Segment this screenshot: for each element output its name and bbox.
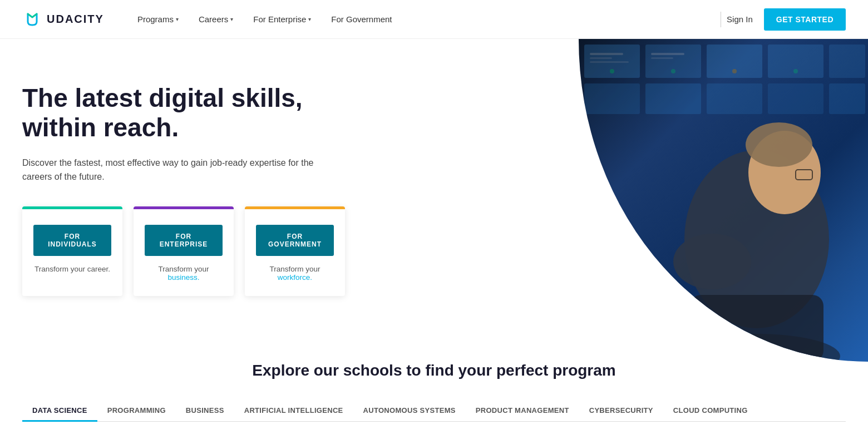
enterprise-chevron-icon: ▾ — [308, 16, 311, 22]
card-enterprise: FOR ENTERPRISE Transform your business. — [134, 206, 234, 296]
card-individuals-tagline: Transform your career. — [34, 265, 110, 273]
svg-rect-4 — [829, 45, 865, 78]
programs-chevron-icon: ▾ — [176, 16, 179, 22]
tab-artificial-intelligence[interactable]: ARTIFICIAL INTELLIGENCE — [234, 400, 353, 421]
svg-rect-5 — [584, 83, 640, 114]
card-enterprise-inner: FOR ENTERPRISE Transform your business. — [134, 209, 234, 296]
nav-government[interactable]: For Government — [331, 14, 392, 24]
nav-programs[interactable]: Programs ▾ — [137, 14, 179, 24]
card-government-inner: FOR GOVERNMENT Transform your workforce. — [245, 209, 345, 296]
svg-rect-13 — [651, 53, 684, 55]
card-enterprise-tagline: Transform your business. — [145, 265, 223, 282]
tab-autonomous-systems[interactable]: AUTONOMOUS SYSTEMS — [353, 400, 466, 421]
card-individuals: FOR INDIVIDUALS Transform your career. — [22, 206, 122, 296]
svg-rect-12 — [590, 61, 629, 63]
sign-in-button[interactable]: Sign In — [727, 14, 753, 24]
card-government: FOR GOVERNMENT Transform your workforce. — [245, 206, 345, 296]
schools-tabs: DATA SCIENCEPROGRAMMINGBUSINESSARTIFICIA… — [22, 400, 846, 422]
tab-programming[interactable]: PROGRAMMING — [97, 400, 176, 421]
for-government-button[interactable]: FOR GOVERNMENT — [256, 225, 334, 256]
svg-rect-11 — [590, 57, 612, 59]
hero-image — [579, 39, 868, 362]
hero-image-background — [579, 39, 868, 362]
get-started-button[interactable]: GET STARTED — [764, 8, 846, 31]
nav-enterprise[interactable]: For Enterprise ▾ — [253, 14, 311, 24]
hero-subtitle: Discover the fastest, most effective way… — [22, 156, 345, 184]
svg-point-23 — [673, 234, 751, 289]
tab-cloud-computing[interactable]: CLOUD COMPUTING — [663, 400, 758, 421]
logo[interactable]: UDACITY — [22, 9, 104, 29]
hero-title: The latest digital skills, within reach. — [22, 83, 345, 142]
for-enterprise-button[interactable]: FOR ENTERPRISE — [145, 225, 223, 256]
hero-left: The latest digital skills, within reach.… — [22, 72, 345, 296]
hero-image-circle — [579, 39, 868, 362]
careers-chevron-icon: ▾ — [230, 16, 233, 22]
card-individuals-inner: FOR INDIVIDUALS Transform your career. — [22, 209, 122, 288]
svg-point-15 — [610, 69, 614, 73]
nav-careers[interactable]: Careers ▾ — [199, 14, 233, 24]
svg-rect-10 — [590, 53, 623, 55]
tab-business[interactable]: BUSINESS — [176, 400, 234, 421]
audience-cards: FOR INDIVIDUALS Transform your career. F… — [22, 206, 345, 296]
nav-links: Programs ▾ Careers ▾ For Enterprise ▾ Fo… — [137, 14, 715, 24]
svg-point-18 — [793, 69, 798, 73]
tab-product-management[interactable]: PRODUCT MANAGEMENT — [466, 400, 579, 421]
hero-section: The latest digital skills, within reach.… — [0, 39, 868, 328]
tab-data-science[interactable]: DATA SCIENCE — [22, 400, 97, 421]
tab-cybersecurity[interactable]: CYBERSECURITY — [579, 400, 663, 421]
nav-divider — [721, 12, 721, 27]
nav-actions: Sign In GET STARTED — [727, 8, 846, 31]
for-individuals-button[interactable]: FOR INDIVIDUALS — [33, 225, 111, 256]
schools-title: Explore our schools to find your perfect… — [22, 362, 846, 379]
udacity-logo-icon — [22, 9, 42, 29]
svg-point-17 — [732, 69, 737, 73]
logo-text: UDACITY — [47, 13, 104, 26]
svg-rect-14 — [651, 57, 673, 59]
svg-point-16 — [671, 69, 675, 73]
card-government-tagline: Transform your workforce. — [256, 265, 334, 282]
navbar: UDACITY Programs ▾ Careers ▾ For Enterpr… — [0, 0, 868, 39]
person-silhouette-graphic — [657, 83, 857, 362]
svg-point-21 — [746, 122, 812, 167]
